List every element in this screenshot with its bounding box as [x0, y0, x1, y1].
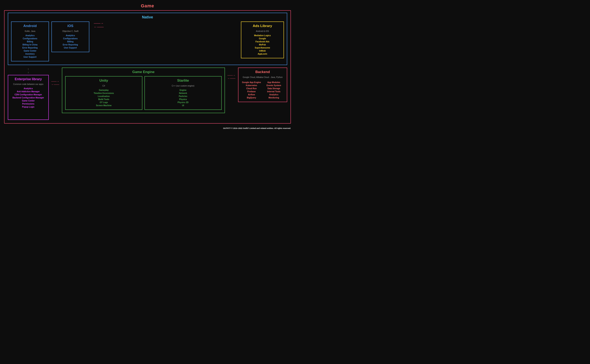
- be-monitoring: Monitoring: [264, 97, 284, 99]
- footer: OUTFiT7 © 2010–2022 Outfit7 Limited and …: [0, 126, 295, 131]
- ads-item-superawesome: SuperAwesome: [244, 47, 281, 49]
- backend-col1: Google App Engine Kubernetes Cloud Run F…: [241, 80, 261, 100]
- android-items: Analytics Configurations Billing Billing…: [14, 34, 46, 58]
- backend-items-1: Google App Engine Kubernetes Cloud Run F…: [241, 81, 261, 99]
- enterprise-box: Enterprise library Common code between o…: [8, 75, 49, 120]
- ent-cdn: CDN Configuration Manager: [11, 93, 46, 96]
- android-item-game-center: Game Center: [14, 50, 46, 52]
- android-item-error: Error Reporting: [14, 47, 46, 49]
- be-airflow: Airflow: [241, 93, 261, 96]
- android-item-user-support: User Support: [14, 56, 46, 58]
- unity-title: Unity: [68, 78, 140, 83]
- enterprise-subtitle: Common code between our apps: [11, 83, 46, 85]
- be-bigquery: BigQuery: [241, 97, 261, 99]
- engine-inner: Unity C# Gameplay Timeline Excensions Lo…: [65, 76, 222, 110]
- unity-localisation: Localisation: [68, 95, 140, 98]
- game-engine-title: Game Engine: [65, 70, 222, 74]
- ads-item-inmobi: InMobi: [244, 50, 281, 52]
- ios-box: iOS Objective C, Swift Analytics Configu…: [51, 21, 89, 52]
- be-k8s: Kubernetes: [241, 84, 261, 87]
- ios-item-analytics: Analytics: [54, 34, 87, 37]
- ads-items: Mediation Logics Google Facebook Ads MoP…: [244, 34, 281, 55]
- unity-timeline: Timeline Excensions: [68, 92, 140, 94]
- android-subtitle: Kotlin, Java: [14, 30, 46, 32]
- ent-game-center: Game Center: [11, 100, 46, 102]
- ads-item-applovin: AppLovin: [244, 53, 281, 55]
- ads-title: Ads Library: [244, 24, 281, 28]
- android-title: Android: [14, 24, 46, 28]
- starlite-title: Starlite: [147, 78, 219, 83]
- ent-backend-config: Backend Configuration Manager: [11, 97, 46, 99]
- backend-col2: App Modules Events System Data Storage I…: [264, 80, 284, 100]
- ios-item-user-support: User Support: [54, 47, 87, 49]
- ent-anti-addiction: Anti Addiction Manager: [11, 91, 46, 93]
- starlite-physics2d: Physics 2D: [147, 101, 219, 104]
- page-title: Game: [0, 0, 295, 9]
- unity-items: Gameplay Timeline Excensions Localisatio…: [68, 89, 140, 107]
- enterprise-items: Analytics Anti Addiction Manager CDN Con…: [11, 87, 46, 108]
- starlite-physics: Physics: [147, 98, 219, 100]
- ads-box: Ads Library Android & iOS Mediation Logi…: [241, 21, 284, 58]
- unity-build: Build Tools: [68, 98, 140, 100]
- ads-item-google: Google: [244, 38, 281, 40]
- be-storage: Data Storage: [264, 87, 284, 90]
- backend-inner: Google App Engine Kubernetes Cloud Run F…: [241, 80, 284, 100]
- ios-title: iOS: [54, 24, 87, 28]
- ent-analytics: Analytics: [11, 87, 46, 90]
- native-box: Native Android Kotlin, Java Analytics Co…: [8, 13, 287, 65]
- ios-item-configurations: Configurations: [54, 38, 87, 40]
- unity-gameplay: Gameplay: [68, 89, 140, 91]
- game-outer-box: Native Android Kotlin, Java Analytics Co…: [4, 10, 291, 124]
- ent-permissions: Permissions: [11, 103, 46, 105]
- starlite-items: Engine Network Particles Physics Physics…: [147, 89, 219, 107]
- unity-screen: Screen Machine: [68, 104, 140, 107]
- android-item-inventory: Inventory: [14, 53, 46, 55]
- backend-items-2: App Modules Events System Data Storage I…: [264, 81, 284, 99]
- be-cloud-run: Cloud Run: [241, 87, 261, 90]
- starlite-box: Starlite C++ (our custom engine) Engine …: [144, 76, 222, 110]
- unity-logs: O7 Logs: [68, 101, 140, 104]
- starlite-subtitle: C++ (our custom engine): [147, 85, 219, 87]
- game-engine-box: Game Engine Unity C# Gameplay Timeline E…: [62, 67, 225, 113]
- unity-subtitle: C#: [68, 85, 140, 87]
- backend-title: Backend: [241, 70, 284, 74]
- android-box: Android Kotlin, Java Analytics Configura…: [11, 21, 49, 61]
- unity-box: Unity C# Gameplay Timeline Excensions Lo…: [65, 76, 142, 110]
- ios-item-error: Error Reporting: [54, 44, 87, 46]
- starlite-network: Network: [147, 92, 219, 94]
- ads-subtitle: Android & iOS: [244, 30, 281, 32]
- ios-item-billing: Billing: [54, 40, 87, 43]
- be-events: Events System: [264, 84, 284, 87]
- native-arrow: ——→←——: [92, 21, 106, 29]
- backend-subtitle: Google Cloud, Alibaba Cloud - Java, Pyth…: [241, 76, 284, 78]
- ads-item-mediation: Mediation Logics: [244, 34, 281, 37]
- ads-item-mopub: MoPub: [244, 44, 281, 46]
- starlite-ui: UI: [147, 104, 219, 107]
- be-analytics: Analytics: [264, 93, 284, 96]
- native-inner: Android Kotlin, Java Analytics Configura…: [11, 21, 284, 61]
- starlite-engine: Engine: [147, 89, 219, 91]
- enterprise-title: Enterprise library: [11, 77, 46, 81]
- ios-subtitle: Objective C, Swift: [54, 30, 87, 32]
- be-tools: Internal Tools: [264, 91, 284, 93]
- ent-popup: Popup Logic: [11, 106, 46, 108]
- native-title: Native: [11, 15, 284, 20]
- backend-box: Backend Google Cloud, Alibaba Cloud - Ja…: [238, 67, 287, 102]
- be-gae: Google App Engine: [241, 81, 261, 84]
- footer-text: © 2010–2022 Outfit7 Limited and related …: [231, 127, 291, 129]
- footer-brand: OUTFiT7: [223, 127, 231, 129]
- main-middle: ↑↓ Enterprise library Common code betwee…: [8, 67, 287, 120]
- ios-items: Analytics Configurations Billing Error R…: [54, 34, 87, 49]
- android-item-billing: Billing: [14, 40, 46, 43]
- ads-item-facebook: Facebook Ads: [244, 40, 281, 43]
- android-item-billing-china: Billing In China: [14, 44, 46, 46]
- android-item-analytics: Analytics: [14, 34, 46, 37]
- main-container: Game Native Android Kotlin, Java Analyti…: [0, 0, 295, 131]
- android-item-configurations: Configurations: [14, 38, 46, 40]
- starlite-particles: Particles: [147, 95, 219, 98]
- be-firebase: Firebase: [241, 91, 261, 93]
- be-app-modules: App Modules: [264, 81, 284, 84]
